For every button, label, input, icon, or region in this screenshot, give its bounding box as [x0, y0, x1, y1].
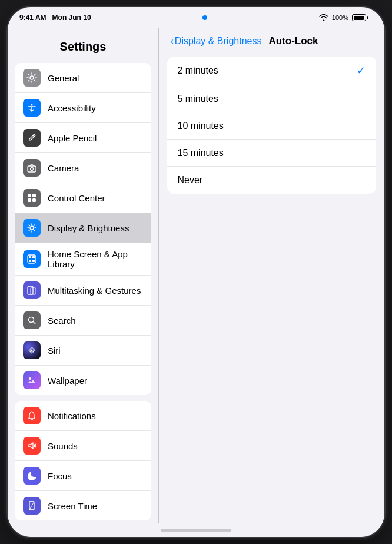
option-10-minutes[interactable]: 10 minutes	[167, 112, 377, 140]
detail-header: ‹ Display & Brightness Auto-Lock	[159, 28, 385, 52]
time-label: 9:41 AM	[19, 14, 46, 22]
wallpaper-label: Wallpaper	[48, 376, 87, 386]
date-label: Mon Jun 10	[52, 14, 91, 22]
sounds-label: Sounds	[48, 441, 78, 451]
svg-point-0	[30, 76, 34, 79]
option-15min-label: 15 minutes	[178, 148, 224, 158]
svg-rect-2	[28, 166, 36, 172]
main-content: Settings General	[8, 28, 384, 523]
sidebar-item-sounds[interactable]: Sounds	[15, 431, 151, 461]
sidebar-item-home-screen[interactable]: Home Screen & App Library	[15, 243, 151, 276]
option-2min-label: 2 minutes	[178, 65, 218, 76]
wifi-icon	[319, 14, 328, 21]
status-indicators: 100%	[319, 14, 368, 21]
home-bar	[161, 529, 231, 532]
focus-icon	[23, 467, 41, 485]
home-screen-label: Home Screen & App Library	[48, 249, 143, 269]
svg-rect-5	[32, 194, 36, 197]
sidebar-item-display-brightness[interactable]: Display & Brightness	[15, 213, 151, 243]
camera-icon	[23, 159, 41, 177]
screen-time-icon	[23, 497, 41, 515]
option-5min-label: 5 minutes	[178, 94, 218, 104]
sidebar: Settings General	[8, 28, 158, 523]
gear-icon	[26, 72, 37, 83]
svg-rect-4	[28, 194, 31, 197]
general-icon	[23, 69, 41, 87]
svg-point-3	[31, 168, 34, 171]
pencil-icon-svg	[26, 132, 37, 143]
back-button[interactable]: ‹ Display & Brightness	[171, 36, 262, 47]
moon-icon-svg	[26, 470, 37, 481]
accessibility-icon-svg	[26, 102, 37, 113]
svg-rect-7	[32, 198, 36, 202]
svg-point-19	[31, 350, 33, 351]
status-bar: 9:41 AM Mon Jun 10 100%	[8, 7, 384, 28]
control-center-label: Control Center	[48, 193, 105, 203]
option-2min-checkmark: ✓	[357, 64, 366, 77]
ipad-device: 9:41 AM Mon Jun 10 100% Settings	[8, 7, 384, 537]
option-15-minutes[interactable]: 15 minutes	[167, 140, 377, 167]
sidebar-item-notifications[interactable]: Notifications	[15, 401, 151, 431]
sidebar-group-1: General Accessibility	[15, 63, 151, 395]
sidebar-title: Settings	[8, 33, 158, 63]
back-chevron-icon: ‹	[171, 36, 174, 47]
apple-pencil-icon	[23, 129, 41, 147]
home-screen-icon	[23, 250, 41, 268]
accessibility-label: Accessibility	[48, 103, 96, 113]
sidebar-item-multitasking[interactable]: Multitasking & Gestures	[15, 276, 151, 306]
multitasking-icon	[23, 281, 41, 299]
status-dot	[202, 15, 207, 20]
detail-page-title: Auto-Lock	[268, 35, 318, 47]
search-label: Search	[48, 316, 76, 326]
auto-lock-options-list: 2 minutes ✓ 5 minutes 10 minutes 15 minu…	[167, 57, 377, 194]
sidebar-item-camera[interactable]: Camera	[15, 153, 151, 183]
option-5-minutes[interactable]: 5 minutes	[167, 85, 377, 112]
sidebar-item-search[interactable]: Search	[15, 306, 151, 336]
sidebar-item-apple-pencil[interactable]: Apple Pencil	[15, 123, 151, 153]
display-brightness-label: Display & Brightness	[48, 223, 129, 233]
sounds-icon	[23, 437, 41, 455]
sidebar-item-siri[interactable]: Siri	[15, 336, 151, 366]
svg-point-1	[31, 104, 33, 106]
svg-point-20	[29, 377, 31, 380]
option-never[interactable]: Never	[167, 167, 377, 194]
notifications-label: Notifications	[48, 411, 96, 421]
sidebar-item-control-center[interactable]: Control Center	[15, 183, 151, 213]
svg-rect-6	[28, 198, 31, 202]
sidebar-item-screen-time[interactable]: Screen Time	[15, 491, 151, 520]
svg-rect-9	[28, 255, 36, 263]
svg-rect-12	[29, 260, 31, 262]
focus-label: Focus	[48, 471, 72, 481]
accessibility-icon	[23, 99, 41, 117]
camera-icon-svg	[26, 162, 37, 173]
home-indicator	[8, 523, 384, 537]
search-sidebar-icon	[23, 311, 41, 329]
svg-rect-13	[32, 260, 35, 262]
sidebar-item-wallpaper[interactable]: Wallpaper	[15, 366, 151, 395]
detail-panel: ‹ Display & Brightness Auto-Lock 2 minut…	[159, 28, 385, 523]
sidebar-item-general[interactable]: General	[15, 63, 151, 93]
sidebar-group-2: Notifications Sounds	[15, 401, 151, 520]
svg-rect-10	[29, 256, 31, 258]
home-screen-icon-svg	[26, 254, 37, 264]
display-icon	[23, 219, 41, 237]
svg-rect-11	[32, 256, 35, 258]
option-never-label: Never	[178, 175, 203, 185]
option-2-minutes[interactable]: 2 minutes ✓	[167, 57, 377, 85]
screen-time-label: Screen Time	[48, 501, 97, 511]
speaker-icon-svg	[26, 440, 37, 451]
option-10min-label: 10 minutes	[178, 121, 224, 131]
sidebar-item-focus[interactable]: Focus	[15, 461, 151, 491]
status-time: 9:41 AM Mon Jun 10	[19, 14, 91, 22]
sidebar-item-accessibility[interactable]: Accessibility	[15, 93, 151, 123]
multitasking-icon-svg	[26, 285, 37, 296]
wallpaper-icon-svg	[26, 375, 37, 386]
search-icon-svg	[26, 315, 37, 326]
wallpaper-icon	[23, 371, 41, 389]
svg-point-8	[30, 226, 34, 230]
camera-label: Camera	[48, 163, 79, 173]
battery-icon	[352, 14, 368, 21]
battery-percentage: 100%	[332, 14, 348, 21]
back-label[interactable]: Display & Brightness	[175, 36, 262, 47]
control-center-icon-svg	[26, 193, 37, 203]
